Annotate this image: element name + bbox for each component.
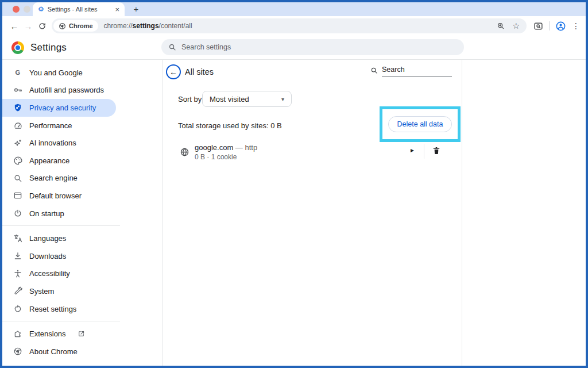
url-path: /content/all: [159, 22, 192, 30]
forward-icon[interactable]: →: [22, 22, 34, 30]
palette-icon: [13, 155, 23, 166]
sidebar-item-accessibility[interactable]: Accessibility: [2, 265, 116, 283]
sidebar-item-system[interactable]: System: [2, 282, 116, 300]
settings-search-input[interactable]: Search settings: [161, 39, 464, 55]
chrome-logo-icon: [11, 41, 24, 54]
back-arrow-icon: ←: [169, 68, 177, 76]
sort-dropdown[interactable]: Most visited ▾: [202, 91, 292, 107]
sidebar-item-you-and-google[interactable]: G You and Google: [2, 64, 116, 82]
settings-search-placeholder: Search settings: [181, 43, 231, 51]
site-details: 0 B · 1 cookie: [195, 153, 237, 161]
sidebar-item-label: About Chrome: [29, 347, 78, 356]
chrome-logo-mono-icon: [59, 22, 66, 30]
sidebar-item-performance[interactable]: Performance: [2, 117, 116, 135]
browser-window-icon: [13, 190, 23, 201]
sidebar-item-about-chrome[interactable]: About Chrome: [2, 343, 116, 361]
settings-sidebar: G You and Google Autofill and passwords …: [2, 60, 163, 366]
delete-all-data-button[interactable]: Delete all data: [388, 116, 452, 132]
chrome-chip[interactable]: Chrome: [53, 20, 98, 32]
new-tab-button[interactable]: +: [131, 4, 141, 14]
toolbar-separator: [549, 21, 550, 30]
sidebar-item-label: AI innovations: [29, 139, 76, 147]
site-name: google.com — http: [195, 143, 257, 152]
sidebar-item-appearance[interactable]: Appearance: [2, 152, 116, 170]
tab-strip: ⚙ Settings - All sites × +: [2, 2, 586, 16]
sidebar-item-label: Performance: [29, 121, 72, 130]
external-link-icon: [78, 330, 85, 338]
close-window-button[interactable]: [13, 6, 20, 13]
chevron-down-icon: ▾: [281, 96, 284, 102]
tab-title: Settings - All sites: [48, 6, 112, 13]
back-icon[interactable]: ←: [8, 22, 21, 30]
sidebar-item-label: Reset settings: [29, 305, 76, 313]
reload-icon[interactable]: [36, 22, 48, 30]
toolbar-right: ⋮: [533, 21, 580, 32]
zoom-icon[interactable]: [497, 22, 505, 30]
wrench-icon: [13, 286, 23, 296]
tab-settings[interactable]: ⚙ Settings - All sites ×: [33, 2, 125, 16]
shield-icon: [13, 102, 23, 113]
sidebar-item-label: Extensions: [29, 329, 66, 338]
storage-summary: Total storage used by sites: 0 B: [178, 121, 282, 130]
sidebar-item-label: Accessibility: [29, 269, 70, 278]
menu-kebab-icon[interactable]: ⋮: [572, 21, 580, 30]
globe-icon: [180, 147, 189, 157]
expand-row-icon[interactable]: ▸: [408, 146, 416, 154]
sidebar-item-on-startup[interactable]: On startup: [2, 205, 116, 223]
sidebar-divider: [2, 321, 120, 321]
url-scheme: chrome://: [104, 22, 133, 30]
puzzle-icon: [13, 329, 23, 339]
sidebar-item-privacy-and-security[interactable]: Privacy and security: [2, 99, 116, 117]
sidebar-item-default-browser[interactable]: Default browser: [2, 187, 116, 205]
sidebar-item-label: Search engine: [29, 174, 78, 182]
profile-avatar-icon[interactable]: [555, 21, 566, 32]
google-g-icon: G: [13, 67, 23, 78]
back-button[interactable]: ←: [166, 64, 181, 79]
highlight-annotation-box: Delete all data: [380, 106, 461, 142]
page-title: Settings: [30, 42, 67, 53]
bookmark-star-icon[interactable]: ☆: [512, 22, 520, 30]
subpage-title: All sites: [185, 67, 214, 76]
sidebar-item-label: On startup: [29, 209, 64, 218]
sidebar-item-label: Appearance: [29, 156, 69, 165]
close-tab-icon[interactable]: ×: [115, 6, 119, 13]
site-host: google.com: [195, 143, 233, 152]
sidebar-item-reset-settings[interactable]: Reset settings: [2, 300, 116, 318]
url-text[interactable]: chrome://settings/content/all: [104, 22, 192, 30]
sidebar-item-label: Default browser: [29, 191, 82, 200]
reset-icon: [13, 304, 23, 314]
sidebar-item-label: Languages: [29, 234, 66, 243]
sidebar-item-label: You and Google: [29, 68, 83, 77]
gear-icon: ⚙: [38, 6, 44, 13]
sidebar-divider: [2, 225, 120, 226]
sidebar-item-autofill[interactable]: Autofill and passwords: [2, 82, 116, 99]
site-search-field[interactable]: Search: [370, 66, 452, 77]
translate-icon: [13, 233, 23, 244]
chrome-outline-icon: [13, 346, 23, 356]
sidebar-item-label: Autofill and passwords: [29, 86, 104, 94]
browser-toolbar: ← → Chrome chrome://settings/content/all…: [2, 16, 586, 36]
browser-window: ⚙ Settings - All sites × + ← → Chrome ch…: [0, 0, 588, 368]
settings-header: Settings Search settings: [2, 36, 586, 60]
row-separator: [424, 144, 424, 159]
search-icon: [13, 173, 23, 183]
sidebar-item-label: Downloads: [29, 252, 66, 260]
sidebar-item-extensions[interactable]: Extensions: [2, 325, 116, 343]
speedometer-icon: [13, 120, 23, 131]
svg-text:G: G: [16, 69, 21, 76]
sidebar-item-downloads[interactable]: Downloads: [2, 247, 116, 265]
side-panel-search-icon[interactable]: [533, 21, 543, 31]
sidebar-item-label: Privacy and security: [29, 103, 96, 112]
accessibility-person-icon: [13, 269, 23, 279]
sidebar-item-ai-innovations[interactable]: AI innovations: [2, 134, 116, 152]
address-bar[interactable]: Chrome chrome://settings/content/all ☆: [52, 18, 527, 33]
sidebar-item-languages[interactable]: Languages: [2, 229, 116, 247]
sidebar-item-search-engine[interactable]: Search engine: [2, 170, 116, 187]
trash-icon[interactable]: [432, 146, 441, 155]
chrome-chip-label: Chrome: [69, 22, 93, 29]
all-sites-panel: ← All sites Search Sort by Most visited …: [163, 60, 462, 366]
sidebar-item-label: System: [29, 287, 54, 296]
key-icon: [13, 85, 23, 95]
minimize-window-button[interactable]: [24, 6, 30, 13]
search-icon: [370, 67, 378, 74]
